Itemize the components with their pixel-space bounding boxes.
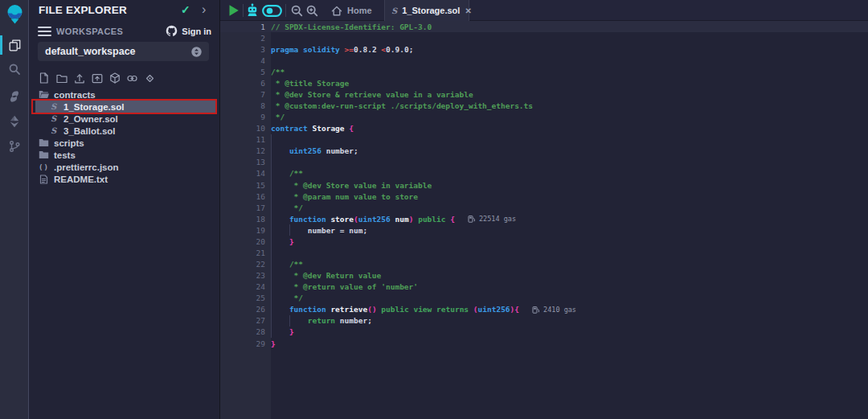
workspace-stepper-icon[interactable] [191, 47, 202, 57]
code-line-21[interactable]: 21 [220, 247, 868, 258]
tab-home[interactable]: Home [323, 0, 380, 21]
code-text: * @dev Return value [271, 271, 381, 280]
code-line-20[interactable]: 20 } [220, 236, 868, 247]
home-icon [331, 6, 342, 16]
solidity-file-icon: S [48, 114, 59, 123]
code-line-16[interactable]: 16 * @param num value to store [220, 191, 868, 202]
file-tree-item-3-ballot-sol[interactable]: S3_Ballot.sol [30, 125, 219, 137]
line-number: 22 [220, 260, 265, 269]
code-line-10[interactable]: 10contract Storage { [220, 123, 868, 134]
code-line-6[interactable]: 6 * @title Storage [220, 77, 868, 88]
code-line-29[interactable]: 29} [220, 338, 868, 349]
line-number: 3 [220, 45, 265, 54]
file-tree-item-2-owner-sol[interactable]: S2_Owner.sol [30, 113, 219, 125]
line-number: 6 [220, 79, 265, 88]
workspace-select[interactable]: default_workspace [38, 42, 209, 61]
code-text: */ [271, 203, 303, 212]
tab-bar: Home S 1_Storage.sol ✕ [220, 0, 868, 21]
code-line-1[interactable]: 1// SPDX-License-Identifier: GPL-3.0 [220, 21, 868, 32]
chevron-right-icon[interactable]: › [202, 2, 206, 17]
code-text: * @return value of 'number' [271, 282, 418, 291]
line-number: 11 [220, 135, 265, 144]
code-text: */ [271, 113, 285, 121]
file-tree-item--prettierrc-json[interactable]: ().prettierrc.json [30, 161, 219, 173]
line-number: 18 [220, 215, 265, 224]
code-line-7[interactable]: 7 * @dev Store & retrieve value in a var… [220, 88, 868, 100]
github-sign-in-button[interactable]: Sign in [166, 25, 211, 37]
code-line-11[interactable]: 11 [220, 134, 868, 146]
folder-open-icon [39, 90, 49, 99]
file-explorer-icon[interactable] [0, 34, 29, 56]
line-number: 27 [220, 316, 265, 325]
code-line-23[interactable]: 23 * @dev Return value [220, 270, 868, 281]
line-number: 26 [220, 305, 265, 314]
file-tree-label: scripts [54, 138, 84, 148]
git-icon[interactable] [0, 135, 29, 158]
new-folder-icon[interactable] [55, 72, 68, 84]
code-line-9[interactable]: 9 */ [220, 112, 868, 123]
zoom-in-icon[interactable] [305, 0, 319, 21]
file-tree-label: .prettierrc.json [54, 162, 119, 172]
remix-logo[interactable] [0, 2, 29, 25]
file-tree-item-scripts[interactable]: scripts [30, 137, 219, 149]
code-line-14[interactable]: 14 /** [220, 168, 868, 179]
code-text: // SPDX-License-Identifier: GPL-3.0 [271, 23, 432, 31]
code-text: pragma solidity >=0.8.2 <0.9.0; [271, 45, 413, 54]
code-line-22[interactable]: 22 /** [220, 258, 868, 269]
code-line-5[interactable]: 5/** [220, 66, 868, 77]
deploy-run-icon[interactable] [0, 110, 29, 133]
zoom-out-icon[interactable] [289, 0, 304, 21]
code-line-2[interactable]: 2 [220, 32, 868, 43]
line-number: 23 [220, 271, 265, 280]
code-line-12[interactable]: 12 uint256 number; [220, 146, 868, 157]
code-editor[interactable]: 1// SPDX-License-Identifier: GPL-3.023pr… [220, 21, 868, 419]
file-tree-item-1-storage-sol[interactable]: S1_Storage.sol [30, 101, 219, 113]
file-tree-item-tests[interactable]: tests [30, 149, 219, 161]
upload-folder-icon[interactable] [91, 72, 103, 84]
file-tree: contractsS1_Storage.solS2_Owner.solS3_Ba… [30, 88, 219, 185]
close-tab-icon[interactable]: ✕ [465, 6, 471, 15]
home-tab-label: Home [347, 6, 372, 15]
ai-assistant-icon[interactable] [245, 0, 260, 21]
solidity-compiler-icon[interactable] [0, 85, 29, 108]
cube-icon[interactable] [108, 72, 121, 84]
folder-closed-icon [39, 150, 49, 159]
code-text: * @param num value to store [271, 192, 418, 201]
file-tree-label: 3_Ballot.sol [63, 126, 116, 136]
code-line-28[interactable]: 28 } [220, 327, 868, 338]
new-file-icon[interactable] [38, 72, 50, 84]
line-number: 9 [220, 113, 265, 121]
gas-estimate-badge: 2410 gas [532, 306, 576, 314]
link-icon[interactable] [126, 72, 138, 84]
script-diamond-icon[interactable] [144, 72, 156, 84]
code-line-3[interactable]: 3pragma solidity >=0.8.2 <0.9.0; [220, 43, 868, 55]
code-line-26[interactable]: 26 function retrieve() public view retur… [220, 304, 868, 315]
upload-file-icon[interactable] [73, 72, 85, 84]
code-text: return number; [271, 316, 372, 325]
file-tab-label: 1_Storage.sol [402, 6, 460, 15]
line-number: 15 [220, 181, 265, 190]
code-line-19[interactable]: 19 number = num; [220, 224, 868, 236]
line-number: 24 [220, 282, 265, 291]
code-line-8[interactable]: 8 * @custom:dev-run-script ./scripts/dep… [220, 100, 868, 111]
run-script-button[interactable] [227, 0, 240, 21]
code-line-27[interactable]: 27 return number; [220, 315, 868, 327]
check-icon[interactable]: ✓ [181, 3, 190, 16]
code-line-24[interactable]: 24 * @return value of 'number' [220, 281, 868, 293]
search-icon[interactable] [0, 58, 29, 80]
code-line-4[interactable]: 4 [220, 55, 868, 66]
line-number: 5 [220, 68, 265, 76]
line-number: 2 [220, 34, 265, 43]
line-number: 25 [220, 294, 265, 302]
line-number: 14 [220, 169, 265, 178]
code-line-17[interactable]: 17 */ [220, 202, 868, 213]
code-line-13[interactable]: 13 [220, 157, 868, 168]
code-line-18[interactable]: 18 function store(uint256 num) public {2… [220, 213, 868, 224]
ai-toggle-switch[interactable] [261, 0, 282, 21]
file-tree-item-readme-txt[interactable]: README.txt [30, 173, 219, 185]
tab-storage-sol[interactable]: S 1_Storage.sol ✕ [384, 0, 469, 21]
code-line-25[interactable]: 25 */ [220, 293, 868, 304]
workspaces-menu-icon[interactable] [38, 27, 51, 39]
file-tree-item-contracts[interactable]: contracts [30, 88, 219, 101]
code-line-15[interactable]: 15 * @dev Store value in variable [220, 179, 868, 191]
